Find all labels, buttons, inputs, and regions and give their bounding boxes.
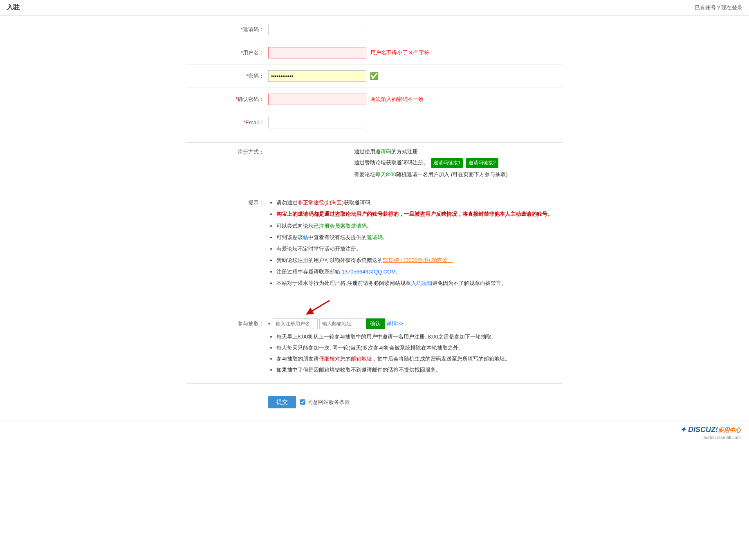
warning-text: 淘宝上的邀请码都是通过盗取论坛用户的账号获得的，一旦被盗用户反映情况，将直接封禁… <box>276 211 553 217</box>
username-input[interactable] <box>268 47 366 58</box>
tip-8: 本站对于灌水等行为处理严格,注册前请务必阅读网站规章入坑须知避免因为不了解规章而… <box>276 279 563 288</box>
tips-section: 提示： 请勿通过非正常途径(如淘宝)获取邀请码 淘宝上的邀请码都是通过盗取论坛用… <box>186 198 563 290</box>
confirm-password-label: *确认密码： <box>186 96 268 103</box>
lottery-rule-1: 每天早上8:00将从上一轮参与抽取中的用户中邀请一名用户注册, 8:00之后是参… <box>276 332 563 341</box>
page-title: 入驻 <box>7 3 20 12</box>
tip-6: 赞助论坛注册的用户可以额外获得系统赠送的50DKP+10000金币+20有爱。 <box>276 256 563 265</box>
red-arrow-icon <box>301 298 334 315</box>
invite-code-post-link[interactable]: 邀请码。 <box>367 234 388 240</box>
rules-link[interactable]: 入坑须知 <box>411 280 432 286</box>
page-header: 入驻 已有账号？现在登录 <box>0 0 749 16</box>
invite-code-row: *邀请码： <box>186 24 563 41</box>
lottery-email-link[interactable]: 邮箱地址 <box>351 356 372 362</box>
username-row: *用户名： 用户名不得小于 3 个字符 <box>186 47 563 65</box>
tip-1: 请勿通过非正常途径(如淘宝)获取邀请码 <box>276 198 563 207</box>
lottery-section: 参与抽取： • 确认 详情>> 每天早上8:00将从上一轮参与抽取中的用户中邀请… <box>186 318 563 376</box>
reg-method-line2: 通过赞助论坛获取邀请码注册。 邀请码链接1 邀请码链接2 <box>354 158 508 168</box>
tips-list: 请勿通过非正常途径(如淘宝)获取邀请码 淘宝上的邀请码都是通过盗取论坛用户的账号… <box>268 198 563 288</box>
invite-link-2[interactable]: 邀请码链接2 <box>466 158 498 168</box>
daily-8am-link[interactable]: 每天8:00 <box>375 171 396 177</box>
tip-7: 注册过程中存疑请联系邮箱:137056643@QQ.COM。 <box>276 267 563 276</box>
lottery-content: • 确认 详情>> 每天早上8:00将从上一轮参与抽取中的用户中邀请一名用户注册… <box>268 318 563 376</box>
invite-link-1[interactable]: 邀请码链接1 <box>431 158 463 168</box>
submit-section: 提交 同意网站服务条款 <box>268 396 563 408</box>
lottery-check-link[interactable]: 仔细核对 <box>319 356 340 362</box>
registered-member-link[interactable]: 已注册会员索取邀请码。 <box>314 223 372 229</box>
main-content: *邀请码： *用户名： 用户名不得小于 3 个字符 *密码： ✅ *确认密码： <box>178 24 571 408</box>
tip-3: 可以尝试向论坛已注册会员索取邀请码。 <box>276 222 563 231</box>
lottery-username-input[interactable] <box>273 318 318 329</box>
abnormal-path-link[interactable]: 非正常途径 <box>298 199 324 206</box>
submit-button[interactable]: 提交 <box>268 396 296 408</box>
confirm-password-input[interactable] <box>268 94 366 105</box>
lottery-rule-4: 如果抽中了但是因邮箱填错收取不到邀请邮件的话将不提供找回服务。 <box>276 365 563 374</box>
lottery-rules-list: 每天早上8:00将从上一轮参与抽取中的用户中邀请一名用户注册, 8:00之后是参… <box>268 332 563 374</box>
lottery-bullet: • <box>268 321 270 327</box>
tip-2: 淘宝上的邀请码都是通过盗取论坛用户的账号获得的，一旦被盗用户反映情况，将直接封禁… <box>276 210 563 219</box>
username-error: 用户名不得小于 3 个字符 <box>370 49 429 56</box>
lottery-rule-3: 参与抽取的朋友请仔细核对您的邮箱地址，抽中后会将随机生成的密码发送至您所填写的邮… <box>276 354 563 363</box>
agree-text: 同意网站服务条款 <box>307 399 350 406</box>
login-prompt: 已有账号？现在登录 <box>695 4 742 11</box>
invite-code-label: *邀请码： <box>186 26 268 33</box>
username-label: *用户名： <box>186 49 268 56</box>
password-success-icon: ✅ <box>370 72 379 81</box>
reg-method-label: 注册方式： <box>186 148 268 187</box>
reg-method-content: 通过使用邀请码的方式注册 通过赞助论坛获取邀请码注册。 邀请码链接1 邀请码链接… <box>354 147 508 181</box>
password-label: *密码： <box>186 72 268 80</box>
confirm-password-row: *确认密码： 两次输入的密码不一致 <box>186 94 563 111</box>
tips-divider <box>186 194 563 194</box>
form-divider <box>186 142 563 143</box>
footer-logo: ✦ DISCUZ!应用中心 <box>8 425 741 434</box>
agree-label[interactable]: 同意网站服务条款 <box>300 399 350 406</box>
tip-4: 可到该贴该帖中查看有没有坛友提供的邀请码。 <box>276 233 563 242</box>
confirm-password-error: 两次输入的密码不一致 <box>370 96 424 103</box>
post-link[interactable]: 该帖 <box>298 234 308 240</box>
registration-form: *邀请码： *用户名： 用户名不得小于 3 个字符 *密码： ✅ *确认密码： <box>186 24 563 134</box>
email-row: *Email： <box>186 117 563 134</box>
svg-line-1 <box>309 300 330 313</box>
invite-code-input[interactable] <box>268 24 366 35</box>
reg-method-line1: 通过使用邀请码的方式注册 <box>354 147 508 156</box>
email-input[interactable] <box>268 117 366 128</box>
reg-method-line3: 有爱论坛每天8:00随机邀请一名用户加入.(可在页面下方参与抽取) <box>354 170 508 179</box>
footer: ✦ DISCUZ!应用中心 addon.dismall.com <box>0 421 749 444</box>
lottery-input-row: • 确认 详情>> <box>268 318 563 329</box>
agree-checkbox[interactable] <box>300 399 305 405</box>
email-contact-link[interactable]: 137056643@QQ.COM。 <box>342 269 401 275</box>
invite-code-link[interactable]: 邀请码 <box>375 148 391 155</box>
password-input[interactable] <box>268 70 366 82</box>
lottery-email-input[interactable] <box>319 318 364 329</box>
lottery-confirm-button[interactable]: 确认 <box>366 318 385 329</box>
lottery-detail-link[interactable]: 详情>> <box>386 320 403 327</box>
reward-link[interactable]: 50DKP+10000金币+20有爱。 <box>383 257 453 263</box>
lottery-rule-2: 每人每天只能参加一次, 同一轮(当天)多次参与将会被系统排除在本轮抽取之外。 <box>276 343 563 352</box>
tip-5: 有爱论坛不定时举行活动开放注册。 <box>276 244 563 253</box>
reg-method-section: 注册方式： 通过使用邀请码的方式注册 通过赞助论坛获取邀请码注册。 邀请码链接1… <box>186 147 563 187</box>
email-label: *Email： <box>186 119 268 126</box>
taobao-link[interactable]: 如淘宝 <box>326 199 342 206</box>
submit-divider <box>186 383 563 384</box>
password-row: *密码： ✅ <box>186 70 563 88</box>
arrow-section <box>186 298 563 316</box>
tips-content: 请勿通过非正常途径(如淘宝)获取邀请码 淘宝上的邀请码都是通过盗取论坛用户的账号… <box>268 198 563 290</box>
footer-url: addon.dismall.com <box>8 435 741 440</box>
lottery-label: 参与抽取： <box>186 318 268 327</box>
tips-label: 提示： <box>186 198 268 290</box>
